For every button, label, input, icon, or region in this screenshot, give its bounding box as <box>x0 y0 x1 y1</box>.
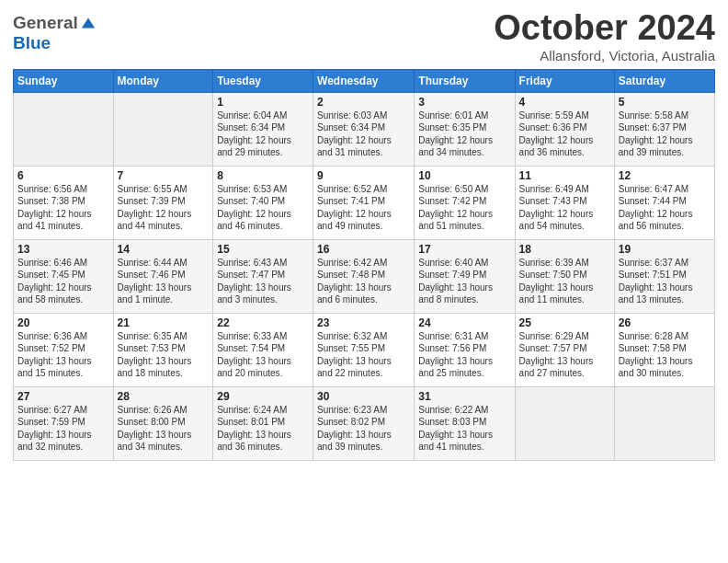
calendar-cell: 31Sunrise: 6:22 AM Sunset: 8:03 PM Dayli… <box>415 386 515 460</box>
calendar-cell: 23Sunrise: 6:32 AM Sunset: 7:55 PM Dayli… <box>313 313 415 386</box>
day-number: 20 <box>17 316 109 329</box>
logo-icon <box>80 15 97 31</box>
day-info: Sunrise: 6:31 AM Sunset: 7:56 PM Dayligh… <box>418 330 510 380</box>
day-number: 12 <box>619 169 711 182</box>
day-info: Sunrise: 6:47 AM Sunset: 7:44 PM Dayligh… <box>619 183 711 233</box>
calendar-cell <box>614 386 714 460</box>
day-number: 4 <box>519 96 610 109</box>
day-info: Sunrise: 6:53 AM Sunset: 7:40 PM Dayligh… <box>217 183 309 233</box>
day-number: 8 <box>217 169 309 182</box>
day-number: 30 <box>317 390 410 403</box>
day-info: Sunrise: 6:43 AM Sunset: 7:47 PM Dayligh… <box>217 257 309 306</box>
calendar-cell: 27Sunrise: 6:27 AM Sunset: 7:59 PM Dayli… <box>14 386 114 460</box>
day-number: 15 <box>217 243 309 256</box>
day-number: 10 <box>418 169 510 182</box>
day-header-wednesday: Wednesday <box>313 69 415 92</box>
day-number: 5 <box>619 96 711 109</box>
calendar-cell: 9Sunrise: 6:52 AM Sunset: 7:41 PM Daylig… <box>313 166 415 239</box>
title-block: October 2024 Allansford, Victoria, Austr… <box>494 9 715 63</box>
day-info: Sunrise: 5:59 AM Sunset: 6:36 PM Dayligh… <box>519 109 610 159</box>
day-number: 7 <box>118 169 210 182</box>
day-number: 19 <box>619 243 711 256</box>
calendar-cell: 6Sunrise: 6:56 AM Sunset: 7:38 PM Daylig… <box>14 166 114 239</box>
day-number: 31 <box>418 390 510 403</box>
day-header-saturday: Saturday <box>614 69 714 92</box>
svg-marker-0 <box>82 18 95 29</box>
day-info: Sunrise: 6:49 AM Sunset: 7:43 PM Dayligh… <box>519 183 610 233</box>
day-number: 29 <box>217 390 309 403</box>
day-number: 22 <box>217 316 309 329</box>
calendar-cell: 7Sunrise: 6:55 AM Sunset: 7:39 PM Daylig… <box>113 166 213 239</box>
day-number: 14 <box>118 243 210 256</box>
day-number: 17 <box>418 243 510 256</box>
calendar-cell: 16Sunrise: 6:42 AM Sunset: 7:48 PM Dayli… <box>313 239 415 313</box>
logo-general-text: General <box>13 13 78 33</box>
calendar-cell: 29Sunrise: 6:24 AM Sunset: 8:01 PM Dayli… <box>213 386 313 460</box>
logo: General Blue <box>13 13 97 53</box>
calendar-cell: 24Sunrise: 6:31 AM Sunset: 7:56 PM Dayli… <box>415 313 515 386</box>
day-header-friday: Friday <box>515 69 614 92</box>
calendar-cell: 11Sunrise: 6:49 AM Sunset: 7:43 PM Dayli… <box>515 166 614 239</box>
calendar-cell: 4Sunrise: 5:59 AM Sunset: 6:36 PM Daylig… <box>515 92 614 166</box>
day-info: Sunrise: 6:04 AM Sunset: 6:34 PM Dayligh… <box>217 109 309 159</box>
day-number: 11 <box>519 169 610 182</box>
day-info: Sunrise: 6:33 AM Sunset: 7:54 PM Dayligh… <box>217 330 309 380</box>
day-info: Sunrise: 6:40 AM Sunset: 7:49 PM Dayligh… <box>418 257 510 306</box>
day-number: 9 <box>317 169 410 182</box>
calendar-cell: 22Sunrise: 6:33 AM Sunset: 7:54 PM Dayli… <box>213 313 313 386</box>
calendar-cell <box>515 386 614 460</box>
day-number: 1 <box>217 96 309 109</box>
day-info: Sunrise: 6:28 AM Sunset: 7:58 PM Dayligh… <box>619 330 711 380</box>
calendar-cell: 5Sunrise: 5:58 AM Sunset: 6:37 PM Daylig… <box>614 92 714 166</box>
day-number: 6 <box>17 169 109 182</box>
day-info: Sunrise: 6:35 AM Sunset: 7:53 PM Dayligh… <box>118 330 210 380</box>
day-info: Sunrise: 6:32 AM Sunset: 7:55 PM Dayligh… <box>317 330 410 380</box>
calendar-week-row: 27Sunrise: 6:27 AM Sunset: 7:59 PM Dayli… <box>14 386 715 460</box>
calendar-cell: 18Sunrise: 6:39 AM Sunset: 7:50 PM Dayli… <box>515 239 614 313</box>
calendar-cell: 13Sunrise: 6:46 AM Sunset: 7:45 PM Dayli… <box>14 239 114 313</box>
calendar-cell: 3Sunrise: 6:01 AM Sunset: 6:35 PM Daylig… <box>415 92 515 166</box>
day-info: Sunrise: 6:55 AM Sunset: 7:39 PM Dayligh… <box>118 183 210 233</box>
day-number: 23 <box>317 316 410 329</box>
calendar-cell: 14Sunrise: 6:44 AM Sunset: 7:46 PM Dayli… <box>113 239 213 313</box>
day-info: Sunrise: 5:58 AM Sunset: 6:37 PM Dayligh… <box>619 109 711 159</box>
day-number: 16 <box>317 243 410 256</box>
calendar-cell: 21Sunrise: 6:35 AM Sunset: 7:53 PM Dayli… <box>113 313 213 386</box>
day-info: Sunrise: 6:01 AM Sunset: 6:35 PM Dayligh… <box>418 109 510 159</box>
calendar-week-row: 20Sunrise: 6:36 AM Sunset: 7:52 PM Dayli… <box>14 313 715 386</box>
day-number: 25 <box>519 316 610 329</box>
day-info: Sunrise: 6:03 AM Sunset: 6:34 PM Dayligh… <box>317 109 410 159</box>
calendar-cell: 8Sunrise: 6:53 AM Sunset: 7:40 PM Daylig… <box>213 166 313 239</box>
calendar-cell: 26Sunrise: 6:28 AM Sunset: 7:58 PM Dayli… <box>614 313 714 386</box>
calendar-cell: 10Sunrise: 6:50 AM Sunset: 7:42 PM Dayli… <box>415 166 515 239</box>
day-info: Sunrise: 6:36 AM Sunset: 7:52 PM Dayligh… <box>17 330 109 380</box>
calendar-cell <box>14 92 114 166</box>
day-number: 24 <box>418 316 510 329</box>
day-number: 26 <box>619 316 711 329</box>
day-header-monday: Monday <box>113 69 213 92</box>
month-title: October 2024 <box>494 9 715 48</box>
calendar-header-row: SundayMondayTuesdayWednesdayThursdayFrid… <box>14 69 715 92</box>
calendar-cell: 15Sunrise: 6:43 AM Sunset: 7:47 PM Dayli… <box>213 239 313 313</box>
day-info: Sunrise: 6:22 AM Sunset: 8:03 PM Dayligh… <box>418 404 510 454</box>
calendar-cell: 20Sunrise: 6:36 AM Sunset: 7:52 PM Dayli… <box>14 313 114 386</box>
day-info: Sunrise: 6:37 AM Sunset: 7:51 PM Dayligh… <box>619 257 711 306</box>
calendar-cell: 12Sunrise: 6:47 AM Sunset: 7:44 PM Dayli… <box>614 166 714 239</box>
calendar-cell: 2Sunrise: 6:03 AM Sunset: 6:34 PM Daylig… <box>313 92 415 166</box>
header: General Blue October 2024 Allansford, Vi… <box>13 9 715 63</box>
day-number: 3 <box>418 96 510 109</box>
day-header-thursday: Thursday <box>415 69 515 92</box>
calendar-cell: 25Sunrise: 6:29 AM Sunset: 7:57 PM Dayli… <box>515 313 614 386</box>
calendar-cell: 19Sunrise: 6:37 AM Sunset: 7:51 PM Dayli… <box>614 239 714 313</box>
day-number: 21 <box>118 316 210 329</box>
calendar-cell: 30Sunrise: 6:23 AM Sunset: 8:02 PM Dayli… <box>313 386 415 460</box>
day-info: Sunrise: 6:46 AM Sunset: 7:45 PM Dayligh… <box>17 257 109 306</box>
day-info: Sunrise: 6:50 AM Sunset: 7:42 PM Dayligh… <box>418 183 510 233</box>
calendar-cell <box>113 92 213 166</box>
calendar-cell: 1Sunrise: 6:04 AM Sunset: 6:34 PM Daylig… <box>213 92 313 166</box>
calendar-cell: 17Sunrise: 6:40 AM Sunset: 7:49 PM Dayli… <box>415 239 515 313</box>
day-number: 13 <box>17 243 109 256</box>
day-number: 28 <box>118 390 210 403</box>
day-info: Sunrise: 6:29 AM Sunset: 7:57 PM Dayligh… <box>519 330 610 380</box>
day-info: Sunrise: 6:52 AM Sunset: 7:41 PM Dayligh… <box>317 183 410 233</box>
